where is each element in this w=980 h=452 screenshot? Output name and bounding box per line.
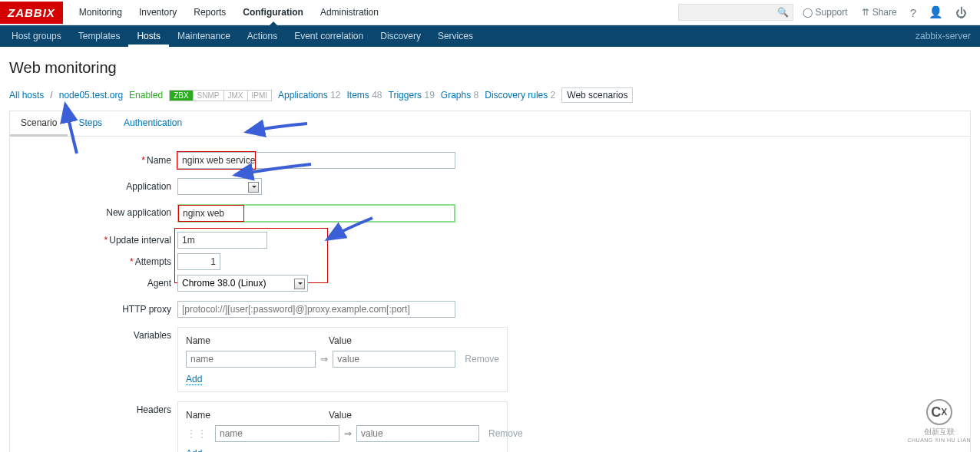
variables-value-input[interactable]: [333, 351, 455, 368]
subnav-hostgroups[interactable]: Host groups: [3, 25, 70, 47]
support-link[interactable]: ◯ Support: [798, 4, 853, 21]
label-application: Application: [21, 178, 177, 192]
crumb-webscenarios[interactable]: Web scenarios: [561, 87, 633, 103]
headers-value-input[interactable]: [356, 425, 479, 442]
newapplication-field[interactable]: [177, 204, 455, 223]
form-area: *Name .row.hidden{display:none} document…: [10, 137, 970, 452]
crumb-items-label[interactable]: Items: [347, 90, 369, 101]
share-label: Share: [872, 7, 897, 18]
application-select[interactable]: [177, 178, 262, 195]
top-right: 🔍 ◯ Support ⇈ Share ? 👤 ⏻: [678, 0, 980, 25]
crumb-host[interactable]: node05.test.org: [59, 90, 123, 101]
headers-box: NameValue ⋮⋮ ⇒ Remove Add: [177, 401, 508, 452]
variables-name-input[interactable]: [186, 351, 316, 368]
variables-hdr-value: Value: [329, 335, 352, 346]
subnav-menu: Host groups Templates Hosts Maintenance …: [3, 25, 482, 47]
label-updateinterval: *Update interval: [21, 232, 177, 246]
label-variables: Variables: [21, 327, 177, 341]
label-headers: Headers: [21, 401, 177, 415]
tab-scenario[interactable]: Scenario: [10, 111, 68, 137]
httpproxy-field[interactable]: [177, 301, 455, 318]
proto-ipmi: IPMI: [248, 91, 272, 101]
headers-hdr-name: Name: [186, 410, 329, 421]
crumb-items[interactable]: Items 48: [347, 90, 382, 101]
crumb-triggers[interactable]: Triggers 19: [389, 90, 435, 101]
topnav-configuration[interactable]: Configuration: [234, 0, 312, 25]
arrow-icon: ⇒: [320, 354, 328, 365]
crumb-triggers-count: 19: [424, 90, 434, 101]
search-input[interactable]: [678, 4, 793, 21]
proto-jmx: JMX: [224, 91, 248, 101]
topnav-inventory[interactable]: Inventory: [131, 0, 185, 25]
page-title: Web monitoring: [9, 59, 971, 77]
watermark-en: CHUANG XIN HU LIAN: [907, 437, 971, 443]
top-nav: ZABBIX Monitoring Inventory Reports Conf…: [0, 0, 980, 25]
crumb-sep: /: [50, 90, 52, 101]
label-httpproxy: HTTP proxy: [21, 301, 177, 315]
tabs: Scenario Steps Authentication: [10, 111, 970, 137]
crumb-enabled: Enabled: [129, 90, 163, 101]
proto-snmp: SNMP: [194, 91, 224, 101]
subnav-discovery[interactable]: Discovery: [372, 25, 429, 47]
label-attempts: *Attempts: [21, 253, 177, 267]
help-icon[interactable]: ?: [906, 5, 920, 21]
share-link[interactable]: ⇈ Share: [857, 4, 902, 21]
proto-indicators: ZBX SNMP JMX IPMI: [169, 90, 272, 101]
tab-steps[interactable]: Steps: [68, 111, 113, 136]
variables-box: NameValue ⇒ Remove Add: [177, 327, 508, 392]
crumb-allhosts[interactable]: All hosts: [9, 90, 44, 101]
tab-authentication[interactable]: Authentication: [113, 111, 193, 136]
headers-hdr-value: Value: [329, 410, 352, 421]
proto-zbx: ZBX: [170, 91, 193, 101]
variables-add-link[interactable]: Add: [186, 374, 202, 385]
tabs-box: Scenario Steps Authentication *Name .row…: [9, 111, 971, 452]
attempts-field[interactable]: [177, 253, 220, 270]
subnav-eventcorrelation[interactable]: Event correlation: [286, 25, 372, 47]
arrow-icon: ⇒: [344, 428, 352, 439]
logo: ZABBIX: [0, 2, 63, 24]
subnav-templates[interactable]: Templates: [70, 25, 129, 47]
subnav-maintenance[interactable]: Maintenance: [169, 25, 239, 47]
crumb-graphs-count: 8: [474, 90, 479, 101]
crumb-applications-label[interactable]: Applications: [278, 90, 328, 101]
agent-select[interactable]: Chrome 38.0 (Linux): [177, 275, 308, 292]
label-name2: *Name: [21, 152, 177, 166]
search-wrap: 🔍: [678, 4, 793, 21]
topnav-menu: Monitoring Inventory Reports Configurati…: [71, 0, 387, 25]
variables-remove: Remove: [465, 354, 499, 365]
name-field[interactable]: [177, 152, 455, 169]
drag-icon[interactable]: ⋮⋮: [186, 427, 207, 440]
updateinterval-field[interactable]: [177, 232, 267, 249]
crumb-applications[interactable]: Applications 12: [278, 90, 340, 101]
headers-add-link[interactable]: Add: [186, 448, 202, 452]
crumb-discovery-label[interactable]: Discovery rules: [485, 90, 548, 101]
sub-nav: Host groups Templates Hosts Maintenance …: [0, 25, 980, 47]
crumb-graphs[interactable]: Graphs 8: [441, 90, 478, 101]
subnav-services[interactable]: Services: [429, 25, 482, 47]
crumb-applications-count: 12: [330, 90, 340, 101]
power-icon[interactable]: ⏻: [952, 5, 971, 21]
subnav-hosts[interactable]: Hosts: [128, 25, 169, 47]
crumb-graphs-label[interactable]: Graphs: [441, 90, 471, 101]
page: Web monitoring All hosts / node05.test.o…: [0, 47, 980, 452]
label-agent: Agent: [21, 275, 177, 289]
subnav-actions[interactable]: Actions: [239, 25, 286, 47]
breadcrumb: All hosts / node05.test.org Enabled ZBX …: [9, 87, 971, 103]
topnav-administration[interactable]: Administration: [312, 0, 387, 25]
label-newapplication: New application: [21, 204, 177, 218]
footer-watermark: CX 创新互联 CHUANG XIN HU LIAN: [907, 399, 971, 443]
crumb-triggers-label[interactable]: Triggers: [389, 90, 422, 101]
topnav-reports[interactable]: Reports: [185, 0, 234, 25]
variables-hdr-name: Name: [186, 335, 329, 346]
crumb-discovery[interactable]: Discovery rules 2: [485, 90, 555, 101]
crumb-items-count: 48: [372, 90, 382, 101]
crumb-discovery-count: 2: [551, 90, 556, 101]
topnav-monitoring[interactable]: Monitoring: [71, 0, 131, 25]
watermark-icon: CX: [926, 399, 952, 425]
server-label: zabbix-server: [906, 25, 980, 47]
search-icon[interactable]: 🔍: [777, 7, 789, 18]
headers-remove: Remove: [488, 428, 523, 439]
headers-name-input[interactable]: [215, 425, 339, 442]
user-icon[interactable]: 👤: [925, 4, 947, 21]
watermark-cn: 创新互联: [907, 427, 971, 437]
